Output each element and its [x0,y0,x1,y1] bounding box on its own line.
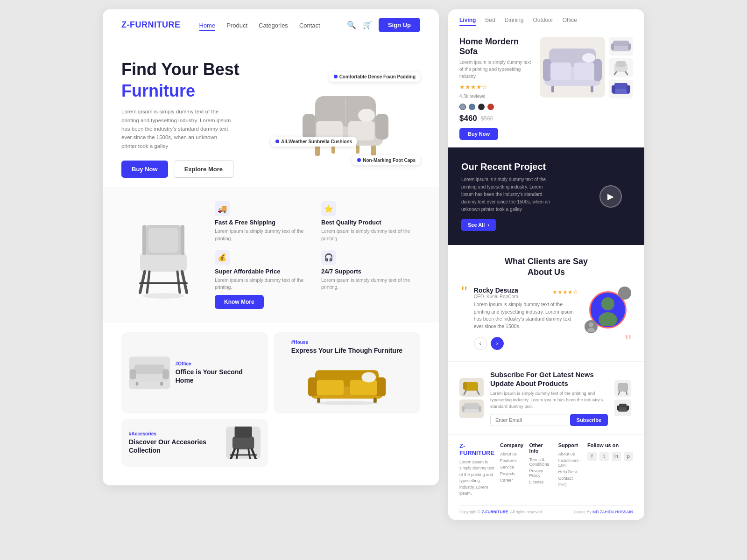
signup-button[interactable]: Sign Up [379,18,420,32]
nav-product[interactable]: Product [226,22,247,29]
quote-open-icon: " [461,285,467,301]
footer-link-support-about[interactable]: About us [558,452,582,456]
cart-icon[interactable]: 🛒 [363,21,372,29]
svg-line-42 [252,449,256,459]
svg-rect-66 [627,85,630,93]
svg-rect-36 [317,398,320,403]
footer-link-faq[interactable]: FAQ [558,483,582,487]
footer-link-license[interactable]: License [529,480,552,484]
thumb1-svg [611,38,631,54]
subscribe-title: Subscribe For Get Latest News Update Abo… [490,370,608,388]
nav-links: Home Product Categories Contact [199,21,333,29]
svg-rect-73 [465,382,478,391]
hero-tag-3: Non-Marking Foot Caps [352,155,420,165]
product-price: $460 [459,114,477,123]
footer-link-projects[interactable]: Projects [500,471,523,476]
tab-living[interactable]: Living [459,17,476,26]
svg-line-61 [614,72,616,75]
category-office[interactable]: #Office Office is Your Second Home [121,332,268,413]
accessories-cat-tag: #Accesories [129,431,220,436]
tab-bed[interactable]: Bed [485,17,495,26]
svg-rect-39 [233,436,254,449]
footer-credit: Create By MD ZAHIDA HOSSAIN [574,510,633,514]
category-accessories[interactable]: #Accesories Discover Our Accesories Coll… [121,419,268,467]
footer-support-links: About us Installment - EMI Help Desk Con… [558,452,582,487]
footer-social: Follow us on f t in p [587,442,633,501]
hero-title-line1: Find Your Best [121,59,271,79]
instagram-icon[interactable]: in [612,452,621,461]
facebook-icon[interactable]: f [587,452,597,461]
subscribe-images-right [614,380,633,416]
footer-link-contact[interactable]: Contact [558,476,582,481]
brand-logo[interactable]: Z-FURNITURE [121,20,181,30]
subscribe-section: Subscribe For Get Latest News Update Abo… [448,361,644,434]
house-sofa-area [307,364,387,406]
pinterest-icon[interactable]: p [624,452,633,461]
hero-explore-button[interactable]: Explore More [174,161,233,178]
product-old-price: $560 [481,115,493,122]
category-house[interactable]: #House Express Your Life Though Furnitur… [274,332,420,413]
color-swatch-1[interactable] [459,104,466,110]
product-description: Lorem ipsum is simply dummy text of the … [459,59,533,80]
testimonials-section: What Clients are SayAbout Us " Rocky Des… [448,245,644,361]
hero-image-area: Comfortable Dense Foam Padding All-Weath… [271,63,420,175]
thumb-1[interactable] [609,37,633,56]
tab-office[interactable]: Office [563,17,577,26]
subscribe-button[interactable]: Subscribe [570,414,608,426]
product-tabs: Living Bed Dinning Outdoor Office [459,17,633,30]
small-avatar-2 [585,320,598,333]
feature-support: 🎧 24/7 Supports Lorem ipsum is simply du… [321,250,420,309]
twitter-icon[interactable]: t [599,452,609,461]
color-swatch-4[interactable] [487,104,494,110]
nav-icons: 🔍 🛒 Sign Up [347,18,420,32]
footer-link-privacy[interactable]: Privacy Policy [529,469,552,478]
search-icon[interactable]: 🔍 [347,21,356,29]
product-sofa-svg [542,39,603,95]
thumb-3[interactable] [609,80,633,98]
svg-rect-21 [181,225,184,255]
svg-rect-24 [134,365,164,374]
tab-outdoor[interactable]: Outdoor [533,17,553,26]
svg-line-75 [464,391,466,394]
thumb-2[interactable] [609,58,633,77]
see-all-button[interactable]: See All › [461,219,496,231]
svg-rect-6 [303,114,316,140]
footer-link-service[interactable]: Service [500,465,523,469]
svg-rect-40 [234,427,252,438]
svg-line-44 [248,449,250,459]
footer-link-about[interactable]: About us [500,452,523,456]
svg-line-17 [147,272,149,293]
footer-link-helpdesk[interactable]: Help Desk [558,469,582,474]
thumb2-svg [611,60,631,76]
accessories-cat-title: Discover Our Accesories Collection [129,438,220,455]
know-more-button[interactable]: Know More [215,295,264,309]
play-button[interactable]: ▶ [599,185,622,208]
color-swatch-3[interactable] [478,104,485,110]
email-input[interactable] [490,414,567,426]
footer-link-emi[interactable]: Installment - EMI [558,458,582,468]
accessories-chair-image [226,427,261,459]
tab-dinning[interactable]: Dinning [505,17,524,26]
svg-point-22 [142,293,184,299]
svg-rect-28 [160,382,163,386]
color-swatch-2[interactable] [469,104,475,110]
product-buy-button[interactable]: Buy Now [459,128,498,140]
footer-link-career[interactable]: Career [500,478,523,483]
nav-contact[interactable]: Contact [299,22,320,29]
svg-rect-53 [551,86,554,92]
hero-buy-now-button[interactable]: Buy Now [121,161,168,178]
reviewer-info: Rocky Desuza CEO, Kunal PopCorn [474,287,518,301]
features-section: 🚚 Fast & Free Shipping Lorem ipsum is si… [103,187,439,323]
testimonials-title: What Clients are SayAbout Us [461,256,631,278]
nav-home[interactable]: Home [199,22,216,31]
footer-link-terms[interactable]: Terms & Conditions [529,457,552,467]
svg-rect-48 [543,59,551,81]
nav-categories[interactable]: Categories [259,22,288,29]
footer-link-features[interactable]: Features [500,458,523,463]
testimonial-prev-button[interactable]: ‹ [474,337,487,350]
svg-rect-34 [350,380,377,395]
testimonial-next-button[interactable]: › [491,337,504,350]
chair-image-area [121,201,205,309]
sub-side-chair-img [614,380,631,397]
project-title: Our Recent Project [461,161,590,172]
